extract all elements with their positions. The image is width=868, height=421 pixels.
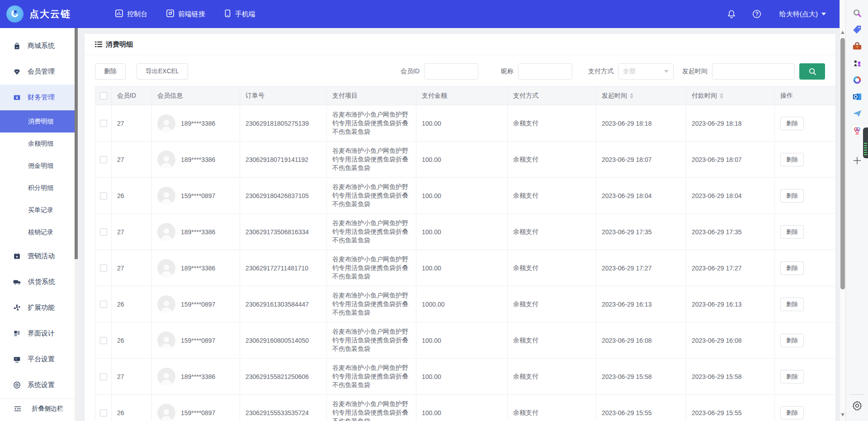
notification-bell-icon[interactable] [727, 9, 736, 19]
delete-button[interactable]: 删除 [95, 63, 126, 80]
amount-cell: 100.00 [416, 322, 508, 359]
row-checkbox[interactable] [100, 156, 107, 163]
row-checkbox[interactable] [100, 120, 107, 127]
row-delete-button[interactable]: 删除 [780, 406, 804, 420]
browser-search-icon[interactable] [852, 8, 863, 19]
sidebar-subitem-bill-records[interactable]: 买单记录 [0, 199, 75, 221]
row-delete-button[interactable]: 删除 [780, 261, 804, 275]
sidebar-subitem-label: 买单记录 [28, 206, 53, 214]
avatar [157, 295, 175, 313]
member-phone: 159****0897 [181, 301, 215, 308]
scroll-up-arrow-icon[interactable] [841, 31, 844, 34]
page-scrollbar-thumb[interactable] [840, 38, 845, 289]
row-delete-button[interactable]: 删除 [780, 225, 804, 239]
user-menu[interactable]: 给夫特(点大) [779, 10, 826, 19]
sidebar-subitem-commission-detail[interactable]: 佣金明细 [0, 155, 75, 177]
header-paid-time[interactable]: 付款时间 [686, 86, 775, 105]
shopping-tag-icon[interactable] [852, 24, 863, 35]
card-header: 消费明细 [85, 34, 835, 55]
sidebar-subitem-balance-detail[interactable]: 余额明细 [0, 132, 75, 155]
row-delete-button[interactable]: 删除 [780, 117, 804, 130]
toolbox-icon[interactable] [852, 41, 863, 52]
topbar-nav: 控制台 前端链接 手机端 [115, 9, 274, 19]
row-checkbox[interactable] [100, 192, 107, 199]
scroll-down-arrow-icon[interactable] [841, 413, 844, 416]
sidebar-subitem-consumption-detail[interactable]: 消费明细 [0, 110, 75, 132]
sidebar-item-platform-settings[interactable]: 平台设置 [0, 346, 75, 372]
row-checkbox[interactable] [100, 337, 107, 344]
sidebar-item-marketing[interactable]: 营销活动 [0, 243, 75, 269]
add-panel-icon[interactable] [852, 155, 863, 166]
sidebar-item-finance-mgmt[interactable]: 财务管理 [0, 85, 75, 110]
nav-console[interactable]: 控制台 [115, 9, 147, 19]
sidebar-item-label: 营销活动 [28, 252, 55, 260]
sidebar-scrollbar[interactable] [75, 28, 78, 421]
sidebar-subitem-writeoff-records[interactable]: 核销记录 [0, 221, 75, 243]
row-delete-button[interactable]: 删除 [780, 153, 804, 166]
paid-time-cell: 2023-06-29 18:07 [686, 142, 775, 178]
header-pay-item: 支付项目 [327, 86, 416, 105]
sidebar-subitem-points-detail[interactable]: 积分明细 [0, 177, 75, 199]
pay-method-select[interactable]: 全部 [618, 63, 674, 80]
collapse-sidebar-label: 折叠侧边栏 [32, 405, 63, 413]
filter-bar: 会员ID 昵称 支付方式 全部 发起时间 [401, 63, 825, 80]
initiated-time-cell: 2023-06-29 18:07 [596, 142, 686, 178]
nav-mobile[interactable]: 手机端 [224, 9, 255, 19]
header-pay-method: 支付方式 [508, 86, 596, 105]
page-scrollbar[interactable] [840, 0, 845, 421]
member-icon [13, 68, 21, 76]
help-icon[interactable] [752, 9, 761, 19]
nav-frontend-link[interactable]: 前端链接 [166, 9, 205, 19]
row-delete-button[interactable]: 删除 [780, 370, 804, 383]
export-excel-button[interactable]: 导出EXCEL [137, 63, 188, 80]
row-checkbox[interactable] [100, 301, 107, 308]
sidebar-item-mall-system[interactable]: 商城系统 [0, 33, 75, 59]
sidebar-item-ui-design[interactable]: 界面设计 [0, 321, 75, 346]
row-checkbox[interactable] [100, 373, 107, 380]
dashboard-icon [115, 9, 127, 19]
link-icon [166, 9, 178, 19]
order-no-cell: 230629161303584447 [240, 286, 327, 322]
sidebar-item-label: 财务管理 [28, 93, 55, 102]
method-cell: 余额支付 [508, 286, 596, 322]
hidden-window-handle[interactable] [863, 128, 868, 158]
nav-mobile-label: 手机端 [235, 10, 255, 19]
initiated-time-cell: 2023-06-29 17:27 [596, 250, 686, 286]
marketing-icon [13, 252, 21, 260]
games-icon[interactable] [852, 58, 863, 69]
sidebar-item-system-settings[interactable]: 系统设置 [0, 372, 75, 398]
row-checkbox[interactable] [100, 409, 107, 416]
sort-icon[interactable] [630, 93, 633, 99]
row-delete-button[interactable]: 删除 [780, 334, 804, 347]
collapse-sidebar-button[interactable]: 折叠侧边栏 [0, 398, 75, 419]
sidebar-scrollbar-thumb[interactable] [75, 28, 78, 259]
sidebar-item-label: 平台设置 [28, 355, 55, 364]
panel-settings-gear-icon[interactable] [852, 400, 863, 413]
send-plane-icon[interactable] [852, 108, 863, 119]
search-button[interactable] [799, 63, 825, 80]
row-delete-button[interactable]: 删除 [780, 189, 804, 203]
header-initiated-time[interactable]: 发起时间 [596, 86, 686, 105]
method-cell: 余额支付 [508, 178, 596, 214]
row-checkbox[interactable] [100, 265, 107, 272]
pinned-app-icon[interactable] [852, 125, 863, 136]
row-checkbox[interactable] [100, 228, 107, 236]
member-id-cell: 27 [112, 214, 152, 250]
member-id-cell: 27 [112, 142, 152, 178]
member-id-input[interactable] [424, 63, 478, 80]
nickname-input[interactable] [518, 63, 572, 80]
sidebar-item-extensions[interactable]: 扩展功能 [0, 295, 75, 321]
outlook-icon[interactable] [852, 91, 863, 102]
table-row: 26 159****0897 230629160800514050 [95, 322, 836, 359]
initiated-time-cell: 2023-06-29 16:08 [596, 322, 686, 359]
select-all-checkbox[interactable] [100, 92, 107, 99]
member-id-cell: 26 [112, 322, 152, 359]
order-no-cell: 230629181805275139 [240, 105, 327, 142]
sort-icon[interactable] [720, 93, 723, 99]
start-time-input[interactable] [712, 63, 795, 80]
row-delete-button[interactable]: 删除 [780, 298, 804, 311]
sidebar-item-supply-system[interactable]: 供货系统 [0, 269, 75, 295]
member-id-cell: 27 [112, 359, 152, 395]
sidebar-item-member-mgmt[interactable]: 会员管理 [0, 59, 75, 85]
microsoft-365-icon[interactable] [852, 75, 863, 85]
